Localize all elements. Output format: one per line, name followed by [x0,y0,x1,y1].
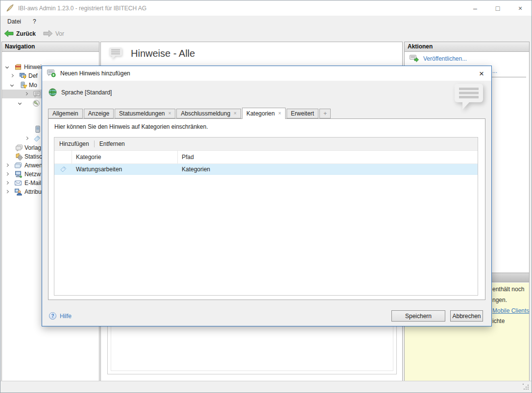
menu-help[interactable]: ? [33,18,36,25]
chevron-down-icon[interactable] [10,83,14,87]
email-icon [14,179,22,187]
chevron-down-icon[interactable] [5,65,9,69]
icon-column-header [54,151,72,163]
language-label: Sprache [Standard] [61,89,112,96]
page-title: Hinweise - Alle [131,48,195,59]
help-link[interactable]: ? Hilfe [49,312,72,320]
dialog-titlebar: Neuen Hinweis hinzufügen × [42,66,491,81]
add-category-button[interactable]: Hinzufügen [54,139,94,149]
close-button[interactable]: × [509,0,532,16]
tree-item-label: Attribu [24,188,42,195]
tab-statusmeldungen[interactable]: Statusmeldungen × [115,109,175,118]
chevron-right-icon[interactable] [24,92,28,95]
dialog-tabs: Allgemein Anzeige Statusmeldungen × Absc… [48,108,332,119]
forward-arrow-icon [43,30,53,37]
key-icon [32,99,40,107]
navigation-panel-header: Navigation [2,42,99,52]
tab-label: Allgemein [52,110,78,117]
tab-anzeige[interactable]: Anzeige [84,109,114,118]
add-notice-dialog: Neuen Hinweis hinzufügen × Sprache [Stan… [42,66,492,326]
note-text: enthält noch [492,286,524,293]
instruction-text: Hier können Sie den Hinweis auf Kategori… [54,123,208,130]
notice-bubble-icon [33,90,41,98]
publish-link[interactable]: Veröffentlichen... [410,55,467,62]
window-controls: – □ × [464,0,532,16]
chevron-right-icon[interactable] [25,137,28,140]
template-bubble-icon [15,144,23,152]
notice-group-icon [14,63,22,71]
menubar: Datei ? [0,16,532,27]
tab-label: Abschlussmeldung [181,110,230,117]
tab-label: Kategorien [246,110,275,117]
statusbar [0,381,532,393]
add-notice-icon [47,69,56,77]
tab-label: Statusmeldungen [119,110,165,117]
notice-watermark-icon [453,82,485,112]
app-logo-icon [6,4,14,12]
help-icon: ? [49,312,56,320]
back-label: Zurück [16,30,36,37]
minimize-button[interactable]: – [464,0,486,16]
cell-kategorie: Wartungsarbeiten [72,164,178,174]
tree-item-label: Def [28,72,38,79]
navigation-toolbar: Zurück Vor [0,27,532,40]
resize-grip[interactable] [523,384,529,390]
categories-toolbar: Hinzufügen Entfernen [54,138,478,151]
tab-abschlussmeldung[interactable]: Abschlussmeldung × [176,109,241,118]
column-header-pfad[interactable]: Pfad [178,151,478,163]
user-attributes-icon [14,188,22,196]
dialog-close-icon[interactable]: × [479,69,484,78]
back-arrow-icon [4,30,14,37]
tab-close-icon[interactable]: × [234,111,237,116]
help-label: Hilfe [60,313,72,320]
applications-icon [14,162,22,169]
add-tab-icon: + [323,110,327,117]
tree-item-label: Anwen [24,162,43,169]
kategorien-tab-content: Hier können Sie den Hinweis auf Kategori… [48,118,485,300]
chevron-right-icon[interactable] [5,172,9,176]
cell-pfad: Kategorien [178,164,478,174]
tab-close-icon[interactable]: × [168,111,171,116]
tree-item-label: Vorlag [24,144,41,151]
mobile-group-warning-icon [20,81,27,89]
cancel-button[interactable]: Abbrechen [450,310,483,322]
tab-close-icon[interactable]: × [278,111,281,116]
forward-label: Vor [55,30,64,37]
tree-item-label: E-Mail [24,180,41,186]
row-icon-cell [54,164,72,174]
categories-table: Hinzufügen Entfernen Kategorie Pfad [54,137,478,296]
remove-category-button[interactable]: Entfernen [95,139,130,149]
note-text: ngen. [492,297,507,303]
chevron-right-icon[interactable] [10,74,14,77]
table-row[interactable]: Wartungsarbeiten Kategorien [54,164,478,175]
chevron-right-icon[interactable] [5,181,9,185]
tree-item-label: Statisc [24,153,42,160]
network-icon [14,170,22,178]
tree-item-label: Netzw [24,171,41,178]
tab-add-button[interactable]: + [319,109,331,118]
truncated-action-link[interactable]: ... [492,68,497,74]
dialog-title: Neuen Hinweis hinzufügen [60,70,130,77]
table-header-row: Kategorie Pfad [54,151,478,164]
menu-datei[interactable]: Datei [7,18,21,25]
tab-erweitert[interactable]: Erweitert [287,109,318,118]
actions-panel-header: Aktionen [405,42,529,52]
phone-icon [34,125,42,133]
language-selector[interactable]: Sprache [Standard] [48,88,112,96]
save-button[interactable]: Speichern [391,310,445,322]
main-header: Hinweise - Alle [108,46,195,60]
chevron-down-icon[interactable] [18,101,22,105]
chevron-right-icon[interactable] [5,190,9,193]
back-button[interactable]: Zurück [4,30,36,37]
column-header-kategorie[interactable]: Kategorie [72,151,178,163]
tab-allgemein[interactable]: Allgemein [48,109,83,118]
mobile-clients-link[interactable]: Mobile Clients [492,307,529,314]
tab-kategorien[interactable]: Kategorien × [242,108,286,119]
chevron-right-icon[interactable] [5,163,9,167]
window-title: IBI-aws Admin 1.23.0 - registriert für I… [18,5,146,12]
forward-button[interactable]: Vor [43,30,64,37]
publish-link-label: Veröffentlichen... [423,55,467,62]
maximize-button[interactable]: □ [486,0,509,16]
app-window: IBI-aws Admin 1.23.0 - registriert für I… [0,0,532,393]
desktop-group-warning-icon [19,72,27,80]
